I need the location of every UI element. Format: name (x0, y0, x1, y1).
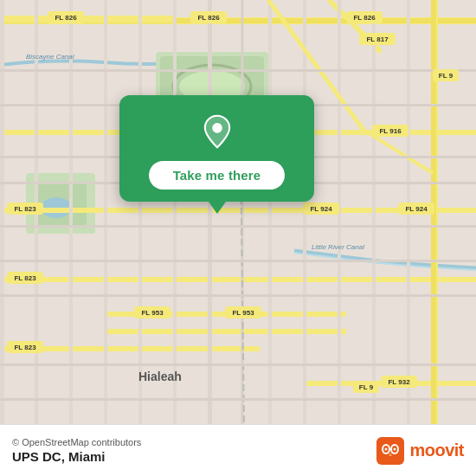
location-pin-icon (196, 111, 238, 152)
svg-rect-15 (260, 208, 476, 213)
svg-text:FL 9: FL 9 (359, 383, 374, 391)
svg-rect-10 (0, 16, 173, 23)
svg-rect-44 (0, 260, 476, 262)
moovit-label: moovit (409, 441, 464, 460)
svg-text:FL 953: FL 953 (232, 309, 254, 317)
copyright-text: © OpenStreetMap contributors (12, 437, 141, 447)
svg-text:FL 953: FL 953 (141, 309, 164, 317)
svg-text:FL 826: FL 826 (55, 14, 77, 22)
svg-text:FL 932: FL 932 (388, 378, 410, 386)
moovit-icon (376, 437, 404, 465)
svg-rect-28 (173, 0, 177, 424)
svg-rect-43 (0, 225, 476, 228)
svg-text:Little River Canal: Little River Canal (312, 243, 364, 251)
moovit-logo: moovit (376, 437, 464, 465)
svg-rect-46 (0, 363, 476, 366)
svg-text:FL 924: FL 924 (405, 205, 428, 213)
svg-text:FL 823: FL 823 (14, 205, 36, 213)
svg-rect-16 (260, 277, 476, 282)
svg-text:Hialeah: Hialeah (138, 370, 182, 383)
svg-rect-45 (0, 294, 476, 297)
svg-text:FL 916: FL 916 (379, 127, 402, 135)
svg-point-89 (394, 447, 396, 450)
bottom-bar: © OpenStreetMap contributors UPS DC, Mia… (0, 424, 476, 476)
svg-text:FL 924: FL 924 (310, 205, 332, 213)
svg-rect-27 (138, 0, 142, 424)
bottom-left: © OpenStreetMap contributors UPS DC, Mia… (12, 437, 141, 464)
svg-text:FL 823: FL 823 (14, 274, 36, 282)
svg-rect-39 (0, 69, 476, 72)
take-me-there-button[interactable]: Take me there (149, 161, 286, 190)
map-svg: FL 826 FL 826 FL 826 FL 817 FL 9 FL 916 … (0, 0, 476, 424)
location-name: UPS DC, Miami (12, 449, 141, 464)
svg-point-88 (385, 447, 388, 450)
svg-text:FL 9: FL 9 (439, 72, 453, 80)
svg-text:FL 826: FL 826 (353, 14, 376, 22)
popup-card: Take me there (119, 95, 314, 202)
map-container: FL 826 FL 826 FL 826 FL 817 FL 9 FL 916 … (0, 0, 476, 424)
svg-text:FL 826: FL 826 (197, 14, 220, 22)
svg-rect-31 (268, 0, 272, 424)
svg-rect-23 (0, 0, 4, 424)
svg-text:FL 817: FL 817 (366, 35, 389, 43)
svg-rect-25 (69, 0, 73, 424)
svg-text:Biscayne Canal: Biscayne Canal (26, 53, 74, 61)
svg-rect-34 (372, 0, 376, 424)
svg-rect-26 (104, 0, 107, 424)
svg-rect-47 (0, 398, 476, 401)
svg-rect-83 (376, 437, 404, 465)
svg-point-82 (212, 123, 222, 133)
svg-text:FL 823: FL 823 (14, 344, 36, 351)
